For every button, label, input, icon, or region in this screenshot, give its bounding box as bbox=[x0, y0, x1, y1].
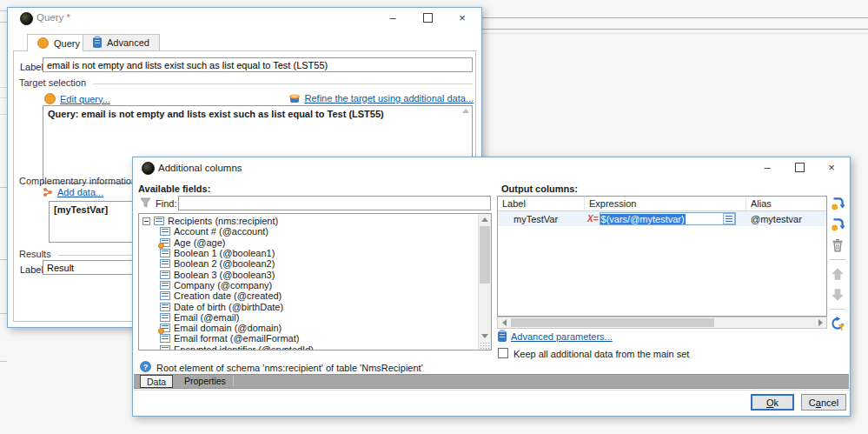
background-line bbox=[0, 259, 7, 260]
scroll-right-arrow[interactable] bbox=[814, 317, 826, 328]
scroll-up-arrow[interactable] bbox=[479, 214, 491, 225]
tree-item[interactable]: Email domain (@domain) bbox=[141, 323, 478, 333]
minimize-icon[interactable]: – bbox=[760, 160, 774, 174]
background-line bbox=[0, 97, 7, 98]
expression-picker-button[interactable] bbox=[723, 213, 735, 224]
resize-grip[interactable] bbox=[480, 342, 491, 350]
background-line bbox=[0, 22, 7, 23]
list-icon bbox=[726, 216, 732, 222]
background-line bbox=[0, 114, 7, 115]
add-data-link[interactable]: Add data... bbox=[57, 187, 103, 197]
bottom-tab-bar: Data Properties bbox=[134, 374, 849, 389]
tree-item[interactable]: Email format (@emailFormat) bbox=[141, 333, 478, 344]
field-icon bbox=[160, 313, 170, 322]
output-horizontal-scrollbar[interactable] bbox=[497, 317, 827, 329]
available-fields-tree[interactable]: Recipients (nms:recipient)Account # (@ac… bbox=[138, 213, 492, 351]
edit-query-row: Edit query... bbox=[44, 93, 110, 104]
computed-field-icon bbox=[160, 238, 170, 247]
scroll-up-icon[interactable] bbox=[462, 109, 469, 113]
additional-columns-title: Additional columns bbox=[158, 163, 242, 173]
tree-item-label: Boolean 1 (@boolean1) bbox=[174, 248, 275, 258]
expression-editor[interactable]: $(vars/@mytestvar) bbox=[600, 212, 736, 225]
column-header-alias[interactable]: Alias bbox=[746, 197, 827, 210]
tree-item-label: Date of birth (@birthDate) bbox=[174, 302, 283, 312]
refine-target-link[interactable]: Refine the target using additional data.… bbox=[305, 93, 474, 103]
maximize-icon[interactable] bbox=[792, 160, 806, 174]
tree-item[interactable]: Account # (@account) bbox=[141, 226, 478, 237]
tree-vertical-scrollbar[interactable] bbox=[478, 214, 491, 350]
tree-item[interactable]: Company (@company) bbox=[141, 280, 478, 290]
tree-item[interactable]: Encrypted identifier (@cryptedId) bbox=[141, 344, 478, 350]
advanced-parameters-link[interactable]: Advanced parameters... bbox=[511, 331, 613, 342]
toolbar-separator bbox=[830, 309, 845, 310]
insert-joined-column-icon[interactable] bbox=[830, 217, 845, 232]
clipboard-icon bbox=[93, 37, 102, 48]
output-columns-table[interactable]: Label Expression Alias myTestVar X= $(va… bbox=[497, 196, 827, 317]
close-icon[interactable]: × bbox=[825, 160, 838, 174]
tree-item[interactable]: Boolean 1 (@boolean1) bbox=[141, 248, 478, 258]
output-row-alias: @mytestvar bbox=[746, 214, 827, 224]
tree-item[interactable]: Boolean 2 (@boolean2) bbox=[141, 258, 478, 269]
field-icon bbox=[160, 334, 170, 343]
cancel-button[interactable]: Cancel bbox=[801, 394, 846, 411]
tree-item[interactable]: Recipients (nms:recipient) bbox=[141, 216, 478, 226]
maximize-icon[interactable] bbox=[421, 10, 434, 24]
find-input[interactable] bbox=[178, 196, 491, 210]
query-window-title: Query * bbox=[36, 12, 70, 23]
tab-properties[interactable]: Properties bbox=[177, 376, 234, 386]
filter-funnel-icon bbox=[140, 197, 151, 209]
tab-data[interactable]: Data bbox=[140, 375, 173, 388]
scrollbar-thumb[interactable] bbox=[480, 226, 490, 284]
field-icon bbox=[160, 291, 170, 300]
tree-item-label: Age (@age) bbox=[174, 237, 225, 248]
query-titlebar[interactable]: Query * – × bbox=[8, 8, 481, 29]
tree-item[interactable]: Age (@age) bbox=[141, 237, 478, 248]
deduplicate-icon[interactable] bbox=[830, 316, 845, 331]
close-icon[interactable]: × bbox=[455, 10, 469, 24]
scrollbar-thumb[interactable] bbox=[511, 318, 714, 327]
field-icon bbox=[160, 281, 170, 290]
column-header-label[interactable]: Label bbox=[498, 197, 585, 210]
tree-item[interactable]: Email (@email) bbox=[141, 312, 478, 323]
tab-query[interactable]: Query bbox=[27, 34, 90, 52]
tab-advanced-label: Advanced bbox=[107, 37, 149, 48]
tree-expander-icon[interactable] bbox=[142, 217, 150, 225]
delete-column-icon[interactable] bbox=[830, 237, 845, 253]
triangle-up-icon bbox=[481, 217, 488, 222]
query-label-input[interactable] bbox=[43, 57, 473, 72]
app-icon bbox=[20, 12, 33, 25]
available-fields-caption: Available fields: bbox=[138, 184, 210, 194]
field-icon bbox=[160, 270, 170, 279]
keep-data-checkbox[interactable] bbox=[498, 348, 508, 358]
tree-rows: Recipients (nms:recipient)Account # (@ac… bbox=[141, 216, 478, 350]
scroll-left-arrow[interactable] bbox=[498, 317, 510, 328]
tree-item-label: Recipients (nms:recipient) bbox=[168, 216, 278, 226]
triangle-right-icon bbox=[818, 319, 823, 326]
add-data-icon bbox=[43, 187, 53, 197]
column-header-expression[interactable]: Expression bbox=[585, 197, 746, 210]
move-down-icon[interactable] bbox=[830, 287, 845, 303]
field-icon bbox=[160, 345, 170, 350]
tree-item-label: Email format (@emailFormat) bbox=[174, 333, 299, 344]
minimize-icon[interactable]: – bbox=[386, 10, 400, 24]
scroll-down-arrow[interactable] bbox=[479, 331, 491, 342]
insert-column-icon[interactable] bbox=[830, 196, 845, 211]
triangle-down-icon bbox=[481, 334, 488, 338]
output-row-expression-cell[interactable]: X= $(vars/@mytestvar) bbox=[585, 212, 746, 225]
add-data-row: Add data... bbox=[43, 187, 103, 197]
tree-item[interactable]: Boolean 3 (@boolean3) bbox=[141, 269, 478, 279]
refine-target-icon bbox=[288, 93, 301, 103]
tab-advanced[interactable]: Advanced bbox=[83, 34, 160, 51]
output-column-row[interactable]: myTestVar X= $(vars/@mytestvar) @mytestv… bbox=[498, 211, 826, 226]
tree-item-label: Creation date (@created) bbox=[174, 290, 282, 301]
query-tab-icon bbox=[37, 37, 49, 49]
edit-query-link[interactable]: Edit query... bbox=[60, 94, 110, 104]
additional-data-item: [myTestVar] bbox=[54, 204, 108, 215]
move-up-icon[interactable] bbox=[830, 266, 845, 282]
refine-target-row: Refine the target using additional data.… bbox=[288, 93, 474, 103]
tree-item[interactable]: Date of birth (@birthDate) bbox=[141, 301, 478, 311]
tree-item-label: Email (@email) bbox=[174, 312, 239, 323]
additional-columns-titlebar[interactable]: Additional columns – × bbox=[133, 157, 850, 178]
ok-button[interactable]: Ok bbox=[751, 394, 794, 411]
tree-item[interactable]: Creation date (@created) bbox=[141, 290, 478, 301]
